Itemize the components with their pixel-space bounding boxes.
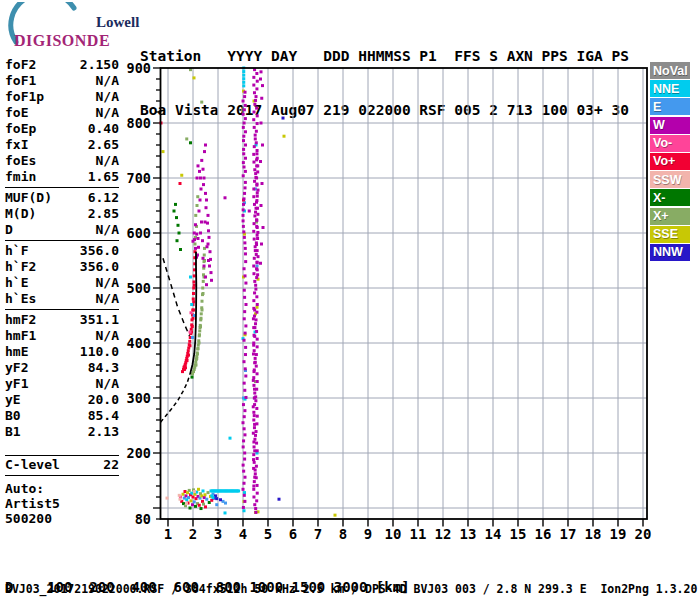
axis-tick-labels: 9008007006005004003002008012345678910111… <box>127 60 652 543</box>
legend-item-sse: SSE <box>650 226 690 243</box>
x-tick-label: 13 <box>460 526 477 542</box>
direction-color-legend: NoValNNEEWVo-Vo+SSWX-X+SSENNW <box>650 62 690 262</box>
x-tick-label: 20 <box>635 526 652 542</box>
legend-item-ssw: SSW <box>650 171 690 188</box>
x-tick-label: 14 <box>485 526 502 542</box>
x-tick-label: 17 <box>560 526 577 542</box>
x-tick-label: 16 <box>535 526 552 542</box>
legend-item-nne: NNE <box>650 80 690 97</box>
x-tick-label: 9 <box>364 526 372 542</box>
ionogram-plot: 9008007006005004003002008012345678910111… <box>0 0 700 600</box>
echo-points <box>160 67 337 517</box>
x-tick-label: 18 <box>585 526 602 542</box>
legend-item-e: E <box>650 98 690 115</box>
legend-item-nnw: NNW <box>650 244 690 261</box>
x-tick-label: 4 <box>239 526 247 542</box>
y-tick-label: 80 <box>135 511 151 527</box>
x-tick-label: 11 <box>410 526 427 542</box>
axis-ticks <box>153 68 643 527</box>
y-tick-label: 800 <box>127 115 151 131</box>
legend-item-w: W <box>650 117 690 134</box>
x-tick-label: 3 <box>214 526 222 542</box>
y-tick-label: 600 <box>127 225 151 241</box>
legend-item-vo-: Vo- <box>650 135 690 152</box>
legend-item-x+: X+ <box>650 208 690 225</box>
legend-item-vo+: Vo+ <box>650 153 690 170</box>
profile-dashed-upper <box>163 258 190 336</box>
x-tick-label: 7 <box>314 526 322 542</box>
y-tick-label: 200 <box>127 445 151 461</box>
legend-item-x-: X- <box>650 189 690 206</box>
x-tick-label: 5 <box>264 526 272 542</box>
legend-item-noval: NoVal <box>650 62 690 79</box>
x-tick-label: 6 <box>289 526 297 542</box>
plot-border <box>161 68 648 519</box>
x-tick-label: 12 <box>435 526 452 542</box>
y-tick-label: 900 <box>127 60 151 76</box>
y-tick-label: 300 <box>127 390 151 406</box>
y-tick-label: 700 <box>127 170 151 186</box>
plot-grid <box>161 68 648 519</box>
x-tick-label: 10 <box>385 526 402 542</box>
x-tick-label: 1 <box>164 526 172 542</box>
y-tick-label: 400 <box>127 335 151 351</box>
x-tick-label: 2 <box>189 526 197 542</box>
file-info-line: BVJ03_2017219022000.RSF / 384fx512h 50 k… <box>5 582 697 596</box>
x-tick-label: 19 <box>610 526 627 542</box>
x-tick-label: 8 <box>339 526 347 542</box>
x-tick-label: 15 <box>510 526 527 542</box>
y-tick-label: 500 <box>127 280 151 296</box>
